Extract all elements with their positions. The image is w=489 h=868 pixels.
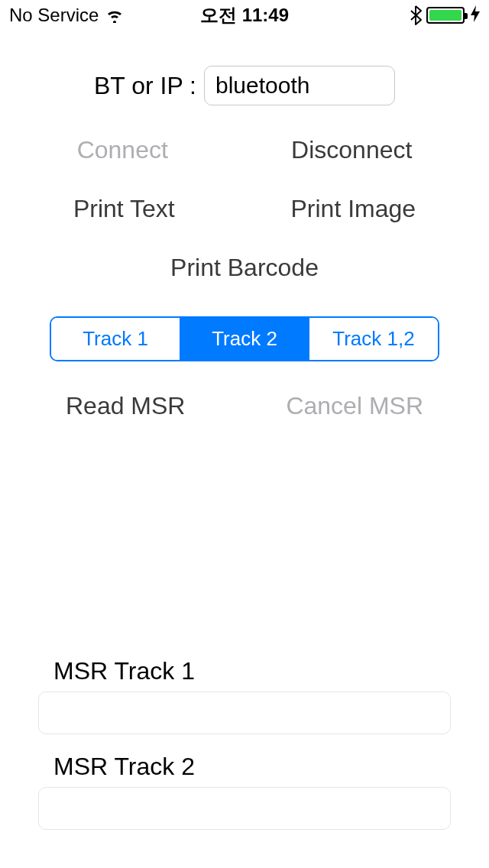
print-row-2: Print Barcode [15,254,474,282]
msr-track-1-label: MSR Track 1 [53,657,451,685]
segment-track-2[interactable]: Track 2 [180,318,309,360]
msr-track-2-label: MSR Track 2 [53,753,451,781]
disconnect-button[interactable]: Disconnect [291,136,412,164]
wifi-icon [105,8,125,23]
status-left: No Service [9,5,125,26]
charging-icon [471,5,480,26]
msr-track-2-field[interactable] [38,787,451,830]
battery-icon [426,7,465,24]
print-row-1: Print Text Print Image [15,195,474,223]
msr-action-row: Read MSR Cancel MSR [15,392,474,420]
status-bar: No Service 오전 11:49 [0,0,489,31]
connect-row: Connect Disconnect [15,136,474,164]
status-time: 오전 11:49 [200,3,289,28]
battery-fill [429,10,461,21]
connect-button[interactable]: Connect [77,136,168,164]
msr-results: MSR Track 1 MSR Track 2 [15,657,474,848]
bt-ip-label: BT or IP : [94,72,196,100]
msr-track-1-field[interactable] [38,691,451,734]
bluetooth-icon [410,5,422,25]
segment-track-12[interactable]: Track 1,2 [309,318,438,360]
bt-ip-input[interactable] [204,66,395,105]
print-text-button[interactable]: Print Text [73,195,175,223]
main-content: BT or IP : Connect Disconnect Print Text… [0,31,489,848]
read-msr-button[interactable]: Read MSR [66,392,186,420]
cancel-msr-button[interactable]: Cancel MSR [286,392,423,420]
connection-row: BT or IP : [15,66,474,105]
print-image-button[interactable]: Print Image [290,195,416,223]
print-barcode-button[interactable]: Print Barcode [170,254,319,282]
segment-track-1[interactable]: Track 1 [51,318,180,360]
carrier-text: No Service [9,5,99,26]
status-right [410,5,480,26]
track-segmented-control[interactable]: Track 1 Track 2 Track 1,2 [50,316,439,361]
